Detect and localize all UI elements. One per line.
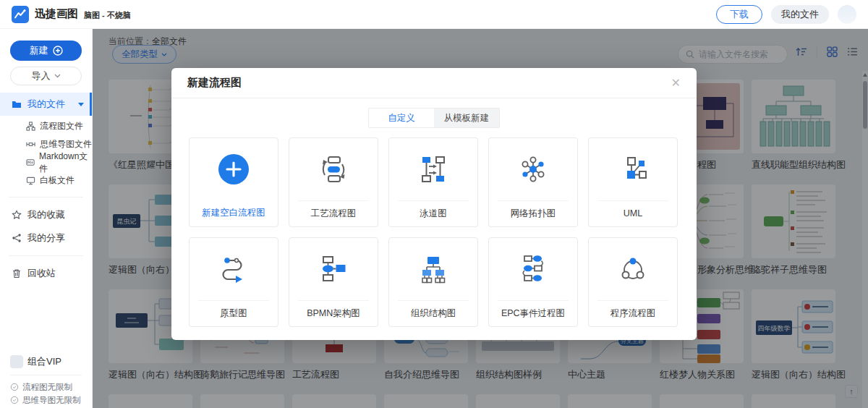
download-button[interactable]: 下载 <box>716 5 762 24</box>
uml-icon <box>589 138 677 200</box>
vip-benefit-label: 思维导图无限制 <box>22 395 81 406</box>
divider <box>10 375 82 375</box>
modal-card-label: 原型图 <box>198 300 269 326</box>
sidebar-nav: 我的文件 流程图文件 思维导图文件 Markdown文件 白板文件 <box>0 93 92 285</box>
sidebar-item-label: 我的分享 <box>27 231 65 245</box>
vip-panel: 组合VIP 流程图无限制 思维导图无限制 <box>0 355 92 408</box>
divider <box>9 197 83 197</box>
whiteboard-file-icon <box>26 176 35 185</box>
plus-icon <box>190 138 278 200</box>
modal-card-swimlane[interactable]: 泳道图 <box>388 137 478 227</box>
sidebar: 新建 导入 我的文件 流程图文件 思维导图文件 Markdown文件 <box>0 29 93 408</box>
bpmn-icon <box>289 238 378 300</box>
modal-card-label: 工艺流程图 <box>298 200 369 226</box>
sidebar-item-trash[interactable]: 回收站 <box>0 262 92 285</box>
sidebar-item-flowchart-files[interactable]: 流程图文件 <box>0 117 92 135</box>
divider <box>9 255 83 256</box>
program-icon <box>589 238 677 300</box>
app-header: 迅捷画图 脑图 - 不烧脑 下载 我的文件 <box>0 0 868 29</box>
markdown-file-icon <box>26 158 35 167</box>
plus-circle-icon <box>53 46 63 56</box>
vip-benefit: 思维导图无限制 <box>10 394 82 407</box>
star-icon <box>12 210 22 220</box>
import-button[interactable]: 导入 <box>10 67 82 85</box>
sidebar-item-favorites[interactable]: 我的收藏 <box>0 203 92 226</box>
modal-card-label: 组织结构图 <box>398 300 469 326</box>
modal-card-process[interactable]: 工艺流程图 <box>289 137 378 227</box>
sidebar-subitem-label: 白板文件 <box>40 174 75 187</box>
sidebar-item-label: 我的收藏 <box>27 208 65 221</box>
vip-title: 组合VIP <box>27 355 61 368</box>
trash-icon <box>12 268 22 279</box>
sidebar-item-my-files[interactable]: 我的文件 <box>0 93 92 116</box>
modal-card-plus[interactable]: 新建空白流程图 <box>189 137 278 227</box>
modal-tabs: 自定义 从模板新建 <box>171 108 697 128</box>
modal-card-orgchart[interactable]: 组织结构图 <box>388 237 478 327</box>
check-circle-icon <box>10 396 19 404</box>
modal-card-label: BPMN架构图 <box>298 300 369 326</box>
modal-card-label: 网络拓扑图 <box>498 200 569 226</box>
sidebar-item-markdown-files[interactable]: Markdown文件 <box>0 153 92 171</box>
user-avatar[interactable] <box>838 5 856 24</box>
topology-icon <box>489 138 577 200</box>
modal-card-label: UML <box>597 200 668 226</box>
vip-badge-icon <box>10 355 23 368</box>
modal-card-prototype[interactable]: 原型图 <box>189 237 278 327</box>
vip-title-row: 组合VIP <box>10 355 82 368</box>
modal-card-uml[interactable]: UML <box>588 137 678 227</box>
sidebar-item-label: 回收站 <box>27 267 56 280</box>
modal-card-label: 新建空白流程图 <box>198 200 269 226</box>
modal-card-label: EPC事件过程图 <box>498 300 569 326</box>
vip-benefit: 流程图无限制 <box>10 381 82 394</box>
new-button-label: 新建 <box>30 44 48 57</box>
swimlane-icon <box>389 138 477 200</box>
sidebar-item-shares[interactable]: 我的分享 <box>0 226 92 250</box>
new-flowchart-modal: 新建流程图 ✕ 自定义 从模板新建 新建空白流程图 工艺流程图 泳道图 网络拓扑… <box>171 68 697 340</box>
new-button[interactable]: 新建 <box>10 41 82 61</box>
close-icon[interactable]: ✕ <box>671 77 681 89</box>
tab-custom[interactable]: 自定义 <box>369 109 434 127</box>
modal-card-label: 程序流程图 <box>597 300 668 326</box>
chevron-down-icon <box>54 74 61 78</box>
prototype-icon <box>190 238 278 300</box>
brand-title: 迅捷画图 <box>35 7 78 21</box>
modal-title: 新建流程图 <box>187 76 242 90</box>
sidebar-subitem-label: 思维导图文件 <box>40 138 92 150</box>
epc-icon <box>489 238 577 300</box>
sidebar-item-label: 我的文件 <box>27 98 65 111</box>
check-circle-icon <box>10 383 19 391</box>
my-files-button[interactable]: 我的文件 <box>771 5 829 24</box>
tab-from-template[interactable]: 从模板新建 <box>434 109 499 127</box>
sidebar-subitem-label: Markdown文件 <box>39 150 92 175</box>
share-icon <box>12 233 22 243</box>
mindmap-file-icon <box>26 140 35 149</box>
vip-benefit-label: 流程图无限制 <box>22 382 72 393</box>
modal-card-topology[interactable]: 网络拓扑图 <box>488 137 578 227</box>
flowchart-file-icon <box>26 122 35 131</box>
app-logo-icon <box>12 6 29 23</box>
modal-card-program[interactable]: 程序流程图 <box>588 237 678 327</box>
orgchart-icon <box>389 238 477 300</box>
folder-icon <box>12 99 22 109</box>
modal-card-epc[interactable]: EPC事件过程图 <box>488 237 578 327</box>
import-button-label: 导入 <box>32 69 51 82</box>
process-icon <box>289 138 378 200</box>
modal-header: 新建流程图 ✕ <box>171 68 697 98</box>
caret-down-icon <box>78 103 84 106</box>
modal-card-bpmn[interactable]: BPMN架构图 <box>289 237 378 327</box>
brand-tagline: 脑图 - 不烧脑 <box>84 10 131 21</box>
modal-card-label: 泳道图 <box>398 200 469 226</box>
sidebar-subitem-label: 流程图文件 <box>40 120 83 132</box>
modal-cards: 新建空白流程图 工艺流程图 泳道图 网络拓扑图 UML 原型图 BPMN架构图 … <box>171 128 697 327</box>
